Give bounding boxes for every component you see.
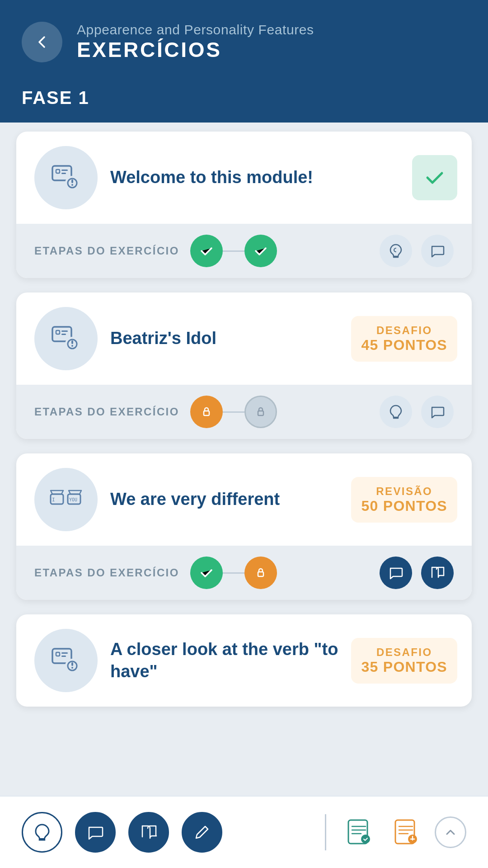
svg-rect-2: [61, 170, 68, 171]
card-title-verb: A closer look at the verb "to have": [110, 638, 338, 683]
chat-icon-btn-different[interactable]: [380, 557, 412, 589]
etapas-label-welcome: ETAPAS DO EXERCÍCIO: [34, 245, 179, 257]
card-main-welcome: Welcome to this module!: [16, 132, 472, 224]
card-icon-different: I YOU: [34, 468, 98, 531]
svg-rect-25: [61, 652, 68, 654]
card-main-beatriz: Beatriz's Idol DESAFIO 45 PONTOS: [16, 292, 472, 385]
svg-rect-9: [56, 330, 60, 334]
svg-rect-24: [56, 652, 60, 656]
nav-ear-button[interactable]: [22, 812, 62, 853]
nav-chevron-up-button[interactable]: [435, 816, 466, 848]
svg-point-32: [361, 835, 370, 844]
svg-rect-7: [71, 184, 73, 186]
nav-chat-button[interactable]: [75, 812, 116, 853]
etapas-welcome: ETAPAS DO EXERCÍCIO: [16, 224, 472, 278]
etapas-label-beatriz: ETAPAS DO EXERCÍCIO: [34, 406, 179, 418]
svg-rect-29: [71, 662, 73, 666]
completion-badge-welcome: [412, 155, 457, 200]
card-beatriz[interactable]: Beatriz's Idol DESAFIO 45 PONTOS ETAPAS …: [16, 292, 472, 439]
badge-category-different: REVISÃO: [376, 485, 432, 498]
header-subtitle: Appearence and Personality Features: [77, 22, 314, 38]
steps-different: [190, 557, 369, 589]
bottom-navigation: [0, 796, 488, 868]
card-icon-welcome: [34, 146, 98, 209]
header-title: EXERCÍCIOS: [77, 38, 314, 62]
steps-welcome: [190, 235, 369, 267]
steps-beatriz: [190, 396, 369, 428]
badge-category-beatriz: DESAFIO: [376, 324, 432, 337]
svg-text:YOU: YOU: [69, 497, 77, 502]
nav-doc-orange-button[interactable]: [388, 814, 424, 850]
svg-rect-30: [71, 667, 73, 669]
bottom-nav-right: [341, 814, 466, 850]
points-badge-verb: DESAFIO 35 PONTOS: [351, 638, 457, 684]
badge-value-verb: 35 PONTOS: [361, 659, 447, 675]
svg-rect-10: [61, 330, 68, 332]
card-title-welcome: Welcome to this module!: [110, 166, 399, 189]
chat-icon-btn-welcome[interactable]: [421, 235, 454, 267]
exercises-list: Welcome to this module! ETAPAS DO EXERCÍ…: [0, 123, 488, 868]
card-welcome[interactable]: Welcome to this module! ETAPAS DO EXERCÍ…: [16, 132, 472, 278]
ear-icon-btn-beatriz[interactable]: [380, 396, 412, 428]
etapa-icons-different: [380, 557, 454, 589]
step-line-1-different: [223, 572, 244, 574]
nav-divider: [325, 814, 326, 850]
card-different[interactable]: I YOU We are very different REVISÃO 50 P…: [16, 453, 472, 600]
card-main-verb: A closer look at the verb "to have" DESA…: [16, 614, 472, 707]
book-icon-btn-different[interactable]: [421, 557, 454, 589]
card-icon-verb: [34, 629, 98, 692]
fase-section: FASE 1: [0, 79, 488, 123]
badge-value-beatriz: 45 PONTOS: [361, 337, 447, 354]
svg-rect-26: [61, 656, 66, 657]
step-1-beatriz: [190, 396, 223, 428]
svg-rect-6: [71, 179, 73, 183]
badge-category-verb: DESAFIO: [376, 646, 432, 659]
svg-rect-14: [71, 340, 73, 344]
etapas-beatriz: ETAPAS DO EXERCÍCIO: [16, 385, 472, 439]
etapa-icons-beatriz: [380, 396, 454, 428]
step-1-welcome: [190, 235, 223, 267]
etapa-icons-welcome: [380, 235, 454, 267]
step-2-welcome: [244, 235, 277, 267]
points-badge-beatriz: DESAFIO 45 PONTOS: [351, 316, 457, 362]
card-title-different: We are very different: [110, 488, 338, 510]
svg-rect-3: [61, 173, 66, 174]
back-button[interactable]: [22, 22, 62, 62]
bottom-nav-left: [22, 812, 310, 853]
header: Appearence and Personality Features EXER…: [0, 0, 488, 79]
fase-label: FASE 1: [22, 88, 89, 108]
header-text: Appearence and Personality Features EXER…: [77, 22, 314, 62]
step-line-1-beatriz: [223, 411, 244, 413]
step-2-beatriz: [244, 396, 277, 428]
svg-rect-16: [204, 411, 209, 415]
card-icon-beatriz: [34, 307, 98, 370]
svg-rect-11: [61, 334, 66, 335]
etapas-different: ETAPAS DO EXERCÍCIO: [16, 546, 472, 600]
svg-text:I: I: [52, 497, 55, 503]
points-badge-different: REVISÃO 50 PONTOS: [351, 477, 457, 523]
svg-rect-15: [71, 345, 73, 347]
svg-rect-22: [258, 572, 263, 576]
svg-rect-17: [258, 411, 263, 415]
step-line-1-welcome: [223, 250, 244, 252]
card-verb[interactable]: A closer look at the verb "to have" DESA…: [16, 614, 472, 707]
nav-doc-teal-button[interactable]: [341, 814, 377, 850]
chat-icon-btn-beatriz[interactable]: [421, 396, 454, 428]
nav-book-button[interactable]: [128, 812, 169, 853]
card-main-different: I YOU We are very different REVISÃO 50 P…: [16, 453, 472, 546]
step-1-different: [190, 557, 223, 589]
ear-icon-btn-welcome[interactable]: [380, 235, 412, 267]
nav-pencil-button[interactable]: [182, 812, 222, 853]
badge-value-different: 50 PONTOS: [361, 498, 447, 514]
step-2-different: [244, 557, 277, 589]
card-title-beatriz: Beatriz's Idol: [110, 327, 338, 349]
svg-rect-1: [56, 170, 60, 173]
etapas-label-different: ETAPAS DO EXERCÍCIO: [34, 566, 179, 579]
